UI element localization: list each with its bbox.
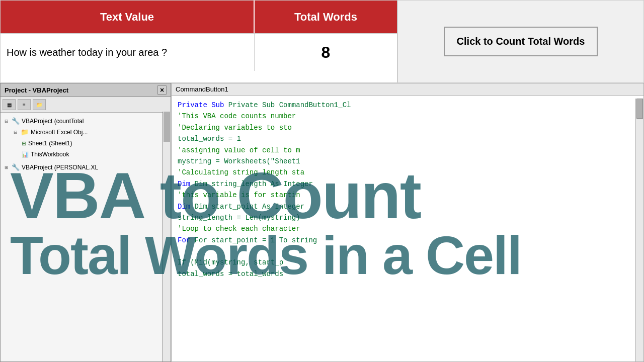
code-line-12: 'Loop to check each character [178,223,637,234]
code-line-9: 'this variable is for startin [178,190,637,201]
sheet-icon: ⊞ [22,138,26,148]
cell-text-value: How is weather today in your area ? [1,34,255,71]
project-icon-2: 🔧 [12,162,20,172]
expand-icon: ⊟ [4,116,10,126]
tree-item-sheet1[interactable]: ⊞ Sheet1 (Sheet1) [21,138,169,149]
code-line-10: Dim Dim start_point As Integer [178,201,637,212]
workbook-icon: 📊 [22,149,29,159]
cell-total-words: 8 [255,34,397,71]
button-area: Click to Count Total Words [397,0,644,83]
code-line-6: mystring = Worksheets("Sheet1 [178,156,637,167]
vba-scrollbar-thumb [164,112,170,142]
vba-toolbar: ▦ ≡ 📁 [1,97,171,113]
tree-label-vbaproject-personal: VBAProject (PERSONAL.XL [22,162,98,172]
vba-toolbar-btn-3[interactable]: 📁 [33,99,46,110]
code-line-3: 'Declaring variables to sto [178,122,637,133]
code-content: Private Sub Private Sub CommandButton1_C… [172,96,643,358]
code-combo-label: CommandButton1 [176,85,228,93]
vba-panel-titlebar: Project - VBAProject × [1,83,171,97]
tree-label-thisworkbook: ThisWorkbook [31,149,69,159]
expand-icon-2: ⊟ [13,127,19,137]
tree-item-vbaproject-count[interactable]: ⊟ 🔧 VBAProject (countTotal [3,116,169,127]
vba-scrollbar[interactable] [163,112,171,361]
tree-label-excel-objects: Microsoft Excel Obj... [31,127,88,137]
code-line-8: Dim Dim string_length As Integer [178,178,637,190]
table-row: How is weather today in your area ? 8 [1,33,397,71]
excel-spreadsheet: Text Value Total Words How is weather to… [0,0,397,83]
vba-folder-icon: 📁 [36,102,42,108]
col-text-value-header: Text Value [1,1,255,33]
code-line-5: 'assigning value of cell to m [178,145,637,156]
tree-item-vbaproject-personal[interactable]: ⊞ 🔧 VBAProject (PERSONAL.XL [3,162,169,173]
vba-toolbar-btn-1[interactable]: ▦ [3,99,16,110]
tree-item-thisworkbook[interactable]: 📊 ThisWorkbook [21,149,169,160]
vba-panel-close-button[interactable]: × [157,85,167,95]
tree-label-vbaproject-count: VBAProject (countTotal [22,116,84,126]
code-editor: CommandButton1 Private Sub Private Sub C… [171,83,644,362]
vba-toolbar-btn-2[interactable]: ≡ [18,99,31,110]
vba-tree-sub-1: ⊟ 📁 Microsoft Excel Obj... ⊞ Sheet1 (She… [3,127,169,160]
vba-panel-title-text: Project - VBAProject [5,86,68,94]
vba-tree-sub-2: ⊞ Sheet1 (Sheet1) 📊 ThisWorkbook [12,138,169,160]
col-total-words-header: Total Words [255,1,397,33]
table-header: Text Value Total Words [1,1,397,33]
code-scrollbar[interactable] [635,99,643,361]
code-line-14 [178,246,637,257]
vba-project-panel: Project - VBAProject × ▦ ≡ 📁 ⊟ 🔧 VBAProj… [0,83,171,362]
code-line-2: 'This VBA code counts number [178,111,637,122]
code-line-16: total_words = total_words [178,268,637,280]
count-words-button[interactable]: Click to Count Total Words [444,27,598,56]
code-line-13: For For start_point = 1 To string [178,235,637,246]
project-icon: 🔧 [12,116,20,126]
vba-grid-icon: ▦ [7,102,12,108]
code-line-4: total_words = 1 [178,133,637,144]
tree-item-excel-objects[interactable]: ⊟ 📁 Microsoft Excel Obj... [12,127,169,138]
expand-icon-3: ⊞ [4,162,10,172]
folder-icon-excel: 📁 [21,127,29,137]
vba-project-tree: ⊟ 🔧 VBAProject (countTotal ⊟ 📁 Microsoft… [1,113,171,176]
code-scrollbar-thumb [636,99,643,119]
code-line-1: Private Sub Private Sub CommandButton1_C… [178,100,637,111]
code-editor-header: CommandButton1 [172,83,643,96]
vba-list-icon: ≡ [23,102,26,108]
tree-label-sheet1: Sheet1 (Sheet1) [28,138,72,148]
code-line-11: string_length = Len(mystring) [178,212,637,223]
code-line-7: 'Calculating string length sta [178,167,637,178]
code-line-15: If (Mid(mystring, start_p [178,257,637,268]
